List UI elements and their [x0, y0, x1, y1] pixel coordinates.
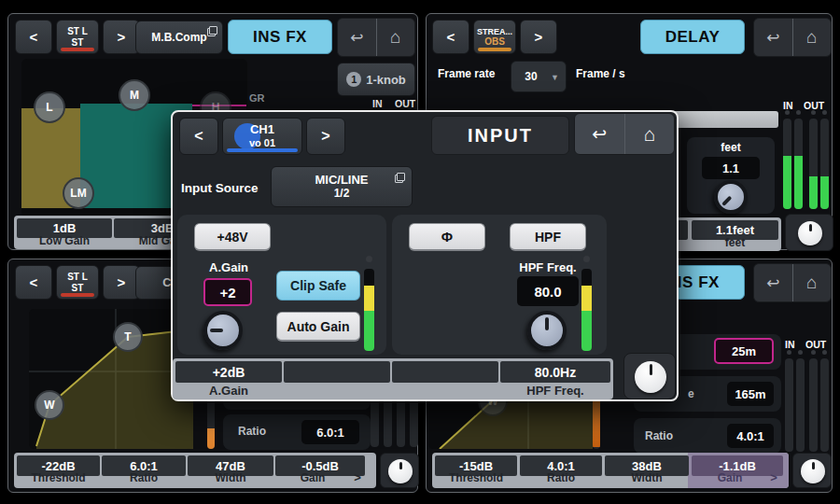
again-meter [364, 269, 374, 351]
width-node[interactable]: W [35, 390, 64, 420]
page-title: INPUT [431, 116, 569, 155]
touch-knob-box [785, 214, 833, 251]
back-icon[interactable]: ↩ [754, 264, 792, 301]
param-label: feet [692, 235, 778, 249]
channel-name2: ST [67, 37, 88, 49]
channel-select-button[interactable]: STREA... OBS [473, 20, 516, 54]
hpf-knob[interactable] [527, 311, 567, 350]
param-value[interactable] [392, 361, 498, 383]
peak-dot [787, 350, 791, 355]
more-params-arrow[interactable]: > [766, 470, 781, 484]
param-label: Ratio [520, 470, 602, 484]
delay-value[interactable]: 1.1 [702, 157, 760, 179]
home-icon[interactable]: ⌂ [792, 19, 832, 56]
again-knob[interactable] [203, 311, 243, 350]
param-row-ratio[interactable]: Ratio 6.0:1 [223, 414, 371, 450]
in-meter-r [796, 358, 805, 452]
touch-knob[interactable] [635, 361, 666, 393]
touch-knob-box [623, 353, 676, 399]
phase-button[interactable]: Φ [409, 223, 485, 251]
frame-rate-label: Frame rate [438, 66, 495, 81]
peak-dot [811, 350, 816, 355]
channel-select-button[interactable]: ST L ST [56, 20, 99, 54]
param-label: Threshold [17, 470, 100, 484]
param-value[interactable] [284, 361, 390, 383]
home-icon[interactable]: ⌂ [376, 19, 415, 56]
channel-name: ST L [67, 272, 88, 283]
clip-safe-button[interactable]: Clip Safe [276, 271, 360, 301]
out-meter-l [809, 119, 818, 209]
touch-knob[interactable] [388, 459, 413, 483]
peak-dot [822, 110, 827, 115]
hpf-freq-value[interactable]: 80.0 [517, 276, 579, 306]
input-source-label: Input Source [181, 174, 259, 202]
one-knob-badge-icon: 1 [346, 72, 361, 87]
param-label: Threshold [435, 470, 517, 484]
nav-block: ↩ ⌂ [753, 18, 832, 57]
row-label: e [688, 386, 694, 401]
prev-channel-button[interactable]: < [432, 20, 469, 54]
auto-gain-button[interactable]: Auto Gain [276, 312, 360, 342]
delay-knob-block: feet 1.1 [687, 137, 775, 214]
next-channel-button[interactable]: > [103, 265, 140, 300]
out-label: OUT [395, 98, 415, 109]
channel-name: CH1 [249, 123, 275, 137]
peak-dot [811, 110, 816, 115]
prev-channel-button[interactable]: < [15, 265, 52, 300]
again-value[interactable]: +2 [203, 278, 252, 306]
channel-name2: OBS [477, 36, 512, 48]
param-row-ratio[interactable]: Ratio 4.0:1 [634, 418, 781, 454]
prev-channel-button[interactable]: < [179, 118, 218, 155]
tab-ins-fx[interactable]: INS FX [228, 20, 332, 54]
input-source-button[interactable]: MIC/LINE 1/2 [271, 166, 413, 207]
channel-name: STREA... [477, 27, 512, 36]
delay-knob[interactable] [714, 180, 748, 214]
touch-knob[interactable] [798, 221, 822, 245]
channel-color-bar [227, 148, 298, 152]
nav-block: ↩ ⌂ [574, 113, 675, 155]
console-screen: < ST L ST > M.B.Comp INS FX ↩ ⌂ L M H LM… [0, 0, 840, 504]
tab-delay[interactable]: DELAY [640, 20, 745, 54]
param-label: Width [605, 470, 689, 484]
input-source-value2: 1/2 [315, 188, 368, 201]
phantom-48v-button[interactable]: +48V [194, 223, 271, 251]
home-icon[interactable]: ⌂ [624, 114, 675, 154]
channel-name: ST L [67, 26, 88, 37]
param-label: Gain [275, 470, 350, 484]
frame-rate-select[interactable]: 30 ▼ [511, 61, 567, 92]
param-value[interactable]: +2dB [175, 361, 282, 383]
again-section: +48V A.Gain +2 Clip Safe Auto Gain [177, 215, 386, 355]
next-channel-button[interactable]: > [103, 20, 140, 54]
back-icon[interactable]: ↩ [338, 19, 376, 56]
chevron-down-icon: ▼ [551, 73, 559, 82]
out-meter-l [809, 358, 818, 452]
next-channel-button[interactable]: > [306, 118, 345, 155]
channel-select-button[interactable]: ST L ST [56, 265, 99, 300]
plugin-name-button[interactable]: M.B.Comp [135, 21, 223, 54]
band-node-lowmid[interactable]: LM [63, 177, 94, 209]
row-value: 4.0:1 [727, 424, 774, 448]
prev-channel-button[interactable]: < [15, 20, 52, 54]
row-label: Ratio [645, 428, 673, 443]
threshold-node[interactable]: T [113, 322, 143, 352]
hpf-button[interactable]: HPF [510, 223, 586, 251]
in-meter-l [783, 119, 791, 209]
band-node-mid[interactable]: M [119, 79, 150, 111]
channel-select-button[interactable]: CH1 vo 01 [222, 118, 302, 155]
back-icon[interactable]: ↩ [754, 19, 792, 56]
home-icon[interactable]: ⌂ [792, 264, 832, 301]
touch-knob-box [792, 453, 832, 488]
more-params-arrow[interactable]: > [350, 470, 365, 484]
param-value[interactable]: 80.0Hz [500, 361, 610, 383]
peak-dot [822, 350, 827, 355]
param-label: HPF Freq. [500, 383, 610, 398]
band-node-low[interactable]: L [34, 91, 65, 123]
copy-icon [395, 173, 405, 183]
back-icon[interactable]: ↩ [575, 114, 624, 154]
touch-knob[interactable] [801, 459, 825, 483]
frame-unit-label: Frame / s [576, 66, 625, 81]
one-knob-button[interactable]: 1 1-knob [337, 63, 415, 96]
channel-color-bar [61, 48, 94, 51]
comp-curve-graph [29, 309, 193, 449]
next-channel-button[interactable]: > [520, 20, 557, 54]
